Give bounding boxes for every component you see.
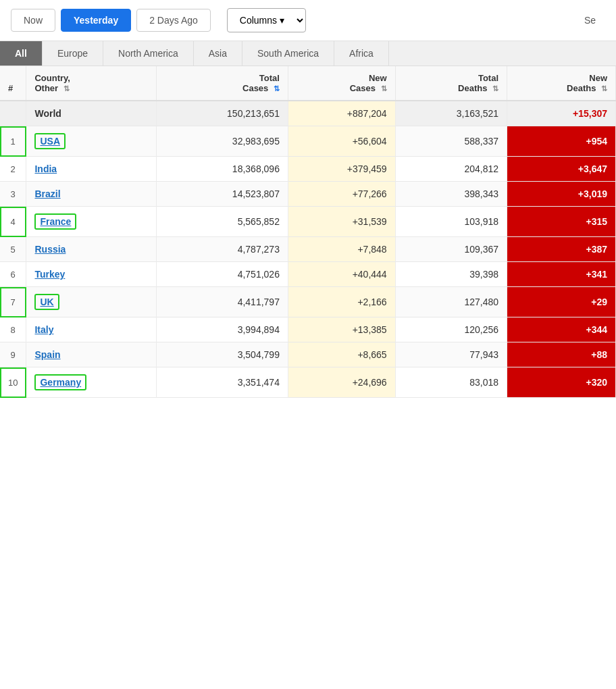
total-cases-cell: 4,751,026 <box>157 262 288 287</box>
total-cases-cell: 5,565,852 <box>157 207 288 237</box>
total-cases-cell: 3,504,799 <box>157 342 288 367</box>
data-table-wrap: # Country,Other ⇅ TotalCases ⇅ NewCases … <box>0 66 616 398</box>
new-cases-cell: +13,385 <box>288 317 395 342</box>
table-row: 4France5,565,852+31,539103,918+315 <box>0 207 616 237</box>
rank-cell: 1 <box>0 126 26 157</box>
world-total-deaths: 3,163,521 <box>395 101 507 126</box>
country-cell[interactable]: France <box>26 207 157 237</box>
tab-europe[interactable]: Europe <box>43 41 103 66</box>
country-cell[interactable]: USA <box>26 126 157 157</box>
total-deaths-cell: 39,398 <box>395 262 507 287</box>
tab-africa[interactable]: Africa <box>334 41 389 66</box>
yesterday-button[interactable]: Yesterday <box>61 9 131 32</box>
table-row: 1USA32,983,695+56,604588,337+954 <box>0 126 616 157</box>
table-row: 10Germany3,351,474+24,69683,018+320 <box>0 367 616 398</box>
toolbar: Now Yesterday 2 Days Ago Columns ▾ Se <box>0 0 616 41</box>
new-deaths-cell: +341 <box>507 262 616 287</box>
rank-cell: 10 <box>0 367 26 398</box>
tab-all[interactable]: All <box>0 41 43 66</box>
new-cases-cell: +24,696 <box>288 367 395 398</box>
data-table: # Country,Other ⇅ TotalCases ⇅ NewCases … <box>0 66 616 398</box>
table-row-world: World 150,213,651 +887,204 3,163,521 +15… <box>0 101 616 126</box>
col-total-deaths[interactable]: TotalDeaths ⇅ <box>395 66 507 101</box>
table-row: 7UK4,411,797+2,166127,480+29 <box>0 287 616 317</box>
total-cases-cell: 4,787,273 <box>157 237 288 262</box>
country-cell[interactable]: Spain <box>26 342 157 367</box>
table-body: World 150,213,651 +887,204 3,163,521 +15… <box>0 101 616 398</box>
rank-cell: 4 <box>0 207 26 237</box>
total-deaths-cell: 398,343 <box>395 182 507 207</box>
new-deaths-cell: +320 <box>507 367 616 398</box>
col-country[interactable]: Country,Other ⇅ <box>26 66 157 101</box>
tab-south-america[interactable]: South America <box>242 41 334 66</box>
two-days-button[interactable]: 2 Days Ago <box>136 9 211 32</box>
total-cases-cell: 18,368,096 <box>157 157 288 182</box>
sort-new-deaths-icon: ⇅ <box>601 84 607 93</box>
now-button[interactable]: Now <box>11 9 55 32</box>
new-cases-cell: +8,665 <box>288 342 395 367</box>
country-cell[interactable]: Russia <box>26 237 157 262</box>
new-cases-cell: +56,604 <box>288 126 395 157</box>
country-cell[interactable]: Germany <box>26 367 157 398</box>
rank-cell: 9 <box>0 342 26 367</box>
columns-dropdown[interactable]: Columns ▾ <box>227 8 306 32</box>
rank-cell: 6 <box>0 262 26 287</box>
total-deaths-cell: 204,812 <box>395 157 507 182</box>
country-cell[interactable]: UK <box>26 287 157 317</box>
total-cases-cell: 32,983,695 <box>157 126 288 157</box>
world-rank <box>0 101 26 126</box>
total-deaths-cell: 77,943 <box>395 342 507 367</box>
world-country: World <box>26 101 157 126</box>
new-deaths-cell: +3,647 <box>507 157 616 182</box>
rank-cell: 7 <box>0 287 26 317</box>
new-deaths-cell: +954 <box>507 126 616 157</box>
table-row: 2India18,368,096+379,459204,812+3,647 <box>0 157 616 182</box>
new-deaths-cell: +88 <box>507 342 616 367</box>
country-cell[interactable]: Turkey <box>26 262 157 287</box>
new-deaths-cell: +315 <box>507 207 616 237</box>
col-new-cases[interactable]: NewCases ⇅ <box>288 66 395 101</box>
table-row: 6Turkey4,751,026+40,44439,398+341 <box>0 262 616 287</box>
world-new-deaths: +15,307 <box>507 101 616 126</box>
new-cases-cell: +77,266 <box>288 182 395 207</box>
tab-north-america[interactable]: North America <box>103 41 194 66</box>
country-cell[interactable]: India <box>26 157 157 182</box>
world-total-cases: 150,213,651 <box>157 101 288 126</box>
total-deaths-cell: 120,256 <box>395 317 507 342</box>
country-cell[interactable]: Brazil <box>26 182 157 207</box>
table-row: 9Spain3,504,799+8,66577,943+88 <box>0 342 616 367</box>
sort-total-deaths-icon: ⇅ <box>492 84 498 93</box>
tab-asia[interactable]: Asia <box>194 41 242 66</box>
new-cases-cell: +40,444 <box>288 262 395 287</box>
world-new-cases: +887,204 <box>288 101 395 126</box>
rank-cell: 2 <box>0 157 26 182</box>
total-deaths-cell: 588,337 <box>395 126 507 157</box>
new-cases-cell: +2,166 <box>288 287 395 317</box>
total-cases-cell: 3,351,474 <box>157 367 288 398</box>
col-new-deaths[interactable]: NewDeaths ⇅ <box>507 66 616 101</box>
table-row: 8Italy3,994,894+13,385120,256+344 <box>0 317 616 342</box>
sort-new-cases-icon: ⇅ <box>381 84 387 93</box>
new-deaths-cell: +29 <box>507 287 616 317</box>
col-rank: # <box>0 66 26 101</box>
table-row: 3Brazil14,523,807+77,266398,343+3,019 <box>0 182 616 207</box>
new-cases-cell: +7,848 <box>288 237 395 262</box>
new-deaths-cell: +387 <box>507 237 616 262</box>
col-total-cases[interactable]: TotalCases ⇅ <box>157 66 288 101</box>
rank-cell: 8 <box>0 317 26 342</box>
region-tabs: All Europe North America Asia South Amer… <box>0 41 616 66</box>
total-deaths-cell: 109,367 <box>395 237 507 262</box>
total-deaths-cell: 83,018 <box>395 367 507 398</box>
total-deaths-cell: 127,480 <box>395 287 507 317</box>
new-cases-cell: +379,459 <box>288 157 395 182</box>
rank-cell: 3 <box>0 182 26 207</box>
country-cell[interactable]: Italy <box>26 317 157 342</box>
total-deaths-cell: 103,918 <box>395 207 507 237</box>
total-cases-cell: 14,523,807 <box>157 182 288 207</box>
new-deaths-cell: +344 <box>507 317 616 342</box>
table-header-row: # Country,Other ⇅ TotalCases ⇅ NewCases … <box>0 66 616 101</box>
rank-cell: 5 <box>0 237 26 262</box>
total-cases-cell: 3,994,894 <box>157 317 288 342</box>
new-deaths-cell: +3,019 <box>507 182 616 207</box>
sort-country-icon: ⇅ <box>63 84 70 93</box>
